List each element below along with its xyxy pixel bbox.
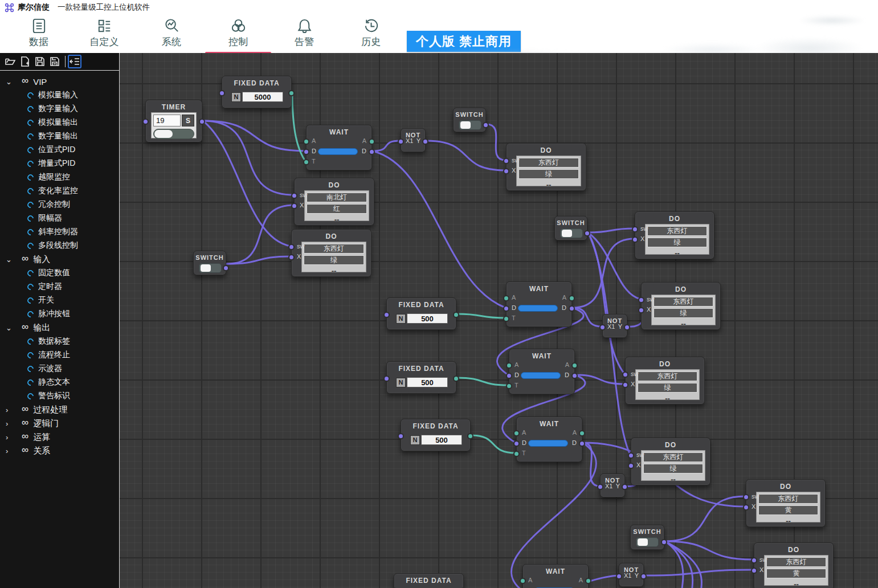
tree-group-输入[interactable]: ⌄∞输入 [0, 252, 119, 266]
tree-item-数据标签[interactable]: 数据标签 [0, 334, 119, 348]
tree-item-开关[interactable]: 开关 [0, 293, 119, 307]
port-D[interactable] [369, 149, 375, 155]
tab-1[interactable]: 数据 [5, 16, 73, 52]
node-do-do9[interactable]: DO东西灯黄--swX [754, 542, 834, 588]
port-in[interactable] [398, 433, 404, 439]
port-sw[interactable] [638, 297, 644, 303]
node-wait-wait3[interactable]: WAITADTAD [509, 349, 575, 394]
node-do-do6[interactable]: DO东西灯绿--swX [625, 357, 705, 405]
port-in[interactable] [383, 375, 390, 382]
port-out[interactable] [453, 375, 459, 382]
switch-toggle[interactable] [199, 263, 222, 273]
flow-canvas[interactable]: TIMER19SFIXED DATAN5000WAITADTADNOTX1YSW… [120, 53, 878, 588]
port-sw[interactable] [632, 226, 638, 232]
port-A[interactable] [369, 138, 375, 145]
port-out[interactable] [467, 433, 473, 439]
collapse-panel-icon[interactable] [68, 55, 81, 68]
tree-item-斜率控制器[interactable]: 斜率控制器 [0, 225, 119, 239]
switch-toggle[interactable] [459, 120, 481, 130]
node-fixed-fd2[interactable]: FIXED DATAN500 [386, 297, 456, 330]
node-do-do2[interactable]: DO南北灯红--swX [294, 178, 374, 226]
port-out[interactable] [584, 230, 590, 236]
node-not-not4[interactable]: NOTX1Y [619, 563, 644, 587]
port-out[interactable] [640, 573, 647, 579]
fixed-data-value[interactable]: 5000 [242, 92, 283, 102]
node-do-do5[interactable]: DO东西灯绿--swX [641, 282, 721, 330]
port-sw[interactable] [628, 452, 634, 459]
node-not-not1[interactable]: NOTX1Y [401, 128, 426, 152]
tree-group-运算[interactable]: ›∞运算 [0, 430, 119, 444]
timer-unit-button[interactable]: S [182, 115, 194, 126]
port-X[interactable] [288, 254, 295, 260]
tab-6[interactable]: 历史 [337, 16, 405, 52]
port-A[interactable] [520, 578, 526, 584]
node-switch-sw1[interactable]: SWITCH [453, 108, 486, 132]
file-new-icon[interactable] [18, 55, 32, 68]
node-not-not2[interactable]: NOTX1Y [602, 314, 627, 338]
port-out[interactable] [288, 90, 295, 96]
switch-toggle[interactable] [636, 537, 659, 547]
tree-item-变化率监控[interactable]: 变化率监控 [0, 184, 119, 198]
port-A[interactable] [503, 295, 509, 301]
port-A[interactable] [569, 295, 575, 301]
tree-group-逻辑门[interactable]: ›∞逻辑门 [0, 416, 119, 430]
port-A[interactable] [303, 138, 309, 145]
port-X[interactable] [751, 567, 757, 574]
node-not-not3[interactable]: NOTX1Y [600, 473, 625, 497]
port-X[interactable] [638, 307, 644, 313]
port-D[interactable] [503, 305, 509, 312]
port-in[interactable] [383, 312, 390, 318]
port-sw[interactable] [503, 158, 509, 164]
node-do-do7[interactable]: DO东西灯绿--swX [631, 438, 710, 485]
port-out[interactable] [422, 138, 428, 145]
tree-item-越限监控[interactable]: 越限监控 [0, 170, 119, 184]
port-X[interactable] [291, 203, 297, 209]
tree-item-增量式PID[interactable]: 增量式PID [0, 157, 119, 170]
tree-item-限幅器[interactable]: 限幅器 [0, 211, 119, 225]
fixed-data-value[interactable]: 500 [407, 377, 448, 387]
port-out[interactable] [622, 484, 628, 490]
node-do-do1[interactable]: DO东西灯绿--swX [506, 143, 586, 191]
tree-group-VIP[interactable]: ⌄∞VIP [0, 75, 119, 88]
node-do-do4[interactable]: DO东西灯绿--swX [635, 211, 714, 259]
tab-5[interactable]: 告警 [270, 16, 338, 52]
port-in[interactable] [398, 138, 404, 145]
tree-item-示波器[interactable]: 示波器 [0, 362, 119, 375]
node-fixed-fd4[interactable]: FIXED DATAN500 [401, 419, 471, 451]
port-D[interactable] [303, 149, 309, 155]
port-out[interactable] [453, 312, 459, 318]
port-X[interactable] [503, 168, 509, 174]
node-do-do3[interactable]: DO东西灯绿--swX [291, 229, 371, 277]
port-in[interactable] [219, 90, 225, 96]
port-T[interactable] [303, 159, 309, 165]
timer-value-field[interactable]: 19 [153, 115, 181, 126]
tree-group-过程处理[interactable]: ›∞过程处理 [0, 403, 119, 416]
node-fixed-fd1[interactable]: FIXED DATAN5000 [222, 76, 292, 108]
tree-item-数字量输入[interactable]: 数字量输入 [0, 102, 119, 116]
save-icon[interactable] [33, 55, 47, 68]
port-out[interactable] [223, 265, 229, 271]
tree-item-固定数值[interactable]: 固定数值 [0, 266, 119, 280]
tree-item-冗余控制[interactable]: 冗余控制 [0, 198, 119, 211]
port-A[interactable] [513, 430, 520, 436]
port-in[interactable] [142, 119, 149, 125]
tab-4[interactable]: 控制 [204, 16, 272, 52]
port-D[interactable] [569, 305, 575, 312]
tree-item-静态文本[interactable]: 静态文本 [0, 375, 119, 389]
port-A[interactable] [571, 362, 578, 369]
port-D[interactable] [579, 440, 585, 447]
tree-group-输出[interactable]: ⌄∞输出 [0, 321, 119, 334]
tree-item-定时器[interactable]: 定时器 [0, 280, 119, 293]
tab-3[interactable]: 系统 [137, 16, 206, 52]
port-A[interactable] [585, 578, 591, 584]
tree-group-关系[interactable]: ›∞关系 [0, 444, 119, 458]
port-T[interactable] [506, 383, 512, 389]
node-timer-timer1[interactable]: TIMER19S [145, 100, 202, 142]
node-do-do8[interactable]: DO东西灯黄--swX [746, 479, 826, 527]
node-switch-sw4[interactable]: SWITCH [630, 525, 664, 550]
node-wait-wait4[interactable]: WAITADTAD [516, 416, 582, 462]
port-in[interactable] [599, 324, 606, 330]
tree-item-警告标识[interactable]: 警告标识 [0, 389, 119, 403]
port-X[interactable] [622, 382, 628, 388]
port-sw[interactable] [622, 371, 628, 378]
